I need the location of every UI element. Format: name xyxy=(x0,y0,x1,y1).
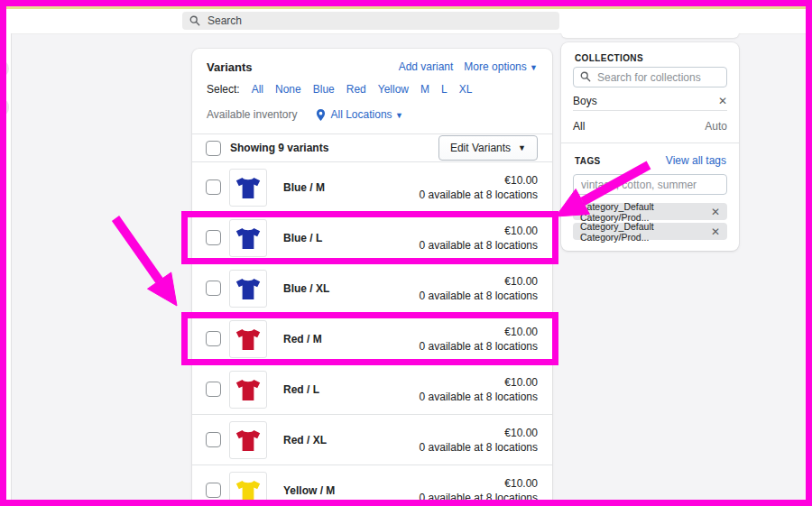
location-pin-icon xyxy=(316,109,326,121)
variant-checkbox[interactable] xyxy=(206,331,221,346)
variant-select-row: Select: AllNoneBlueRedYellowMLXL xyxy=(207,83,538,96)
search-icon xyxy=(189,15,200,26)
variant-label: Blue / L xyxy=(283,232,322,244)
remove-tag-icon[interactable]: ✕ xyxy=(711,225,720,238)
tags-heading: TAGS xyxy=(575,156,601,166)
tshirt-icon xyxy=(233,172,263,203)
search-icon xyxy=(580,71,591,82)
variant-label: Yellow / M xyxy=(283,484,335,497)
variant-availability: 0 available at 8 locations xyxy=(420,440,538,455)
all-locations-filter[interactable]: All Locations ▼ xyxy=(331,108,403,121)
top-search-bar xyxy=(0,9,812,34)
variant-checkbox[interactable] xyxy=(206,179,221,195)
variant-row[interactable]: Blue / M €10.00 0 available at 8 locatio… xyxy=(192,162,552,213)
variant-thumbnail[interactable] xyxy=(229,169,267,207)
shopify-product-page: Variants Add variant More options ▼ Sele… xyxy=(0,0,812,506)
select-option-xl[interactable]: XL xyxy=(459,83,473,96)
variant-price: €10.00 xyxy=(420,476,538,491)
variant-row[interactable]: Blue / XL €10.00 0 available at 8 locati… xyxy=(192,263,552,314)
variant-checkbox[interactable] xyxy=(206,382,221,397)
collections-auto-label: Auto xyxy=(705,120,727,133)
arrow-to-red-m xyxy=(115,218,177,306)
variant-thumbnail[interactable] xyxy=(229,320,267,358)
variant-checkbox[interactable] xyxy=(206,230,221,245)
organization-card: COLLECTIONS Boys ✕ All Auto TAGS View al… xyxy=(561,42,739,251)
tshirt-icon xyxy=(233,374,263,405)
add-variant-link[interactable]: Add variant xyxy=(399,60,454,73)
variant-availability: 0 available at 8 locations xyxy=(420,188,538,202)
variant-price: €10.00 xyxy=(420,325,538,339)
variant-row[interactable]: Blue / L €10.00 0 available at 8 locatio… xyxy=(192,213,552,263)
select-option-none[interactable]: None xyxy=(275,83,301,96)
variant-label: Red / XL xyxy=(283,434,327,446)
variants-card: Variants Add variant More options ▼ Sele… xyxy=(192,49,552,506)
select-option-m[interactable]: M xyxy=(420,83,429,96)
variant-thumbnail[interactable] xyxy=(229,421,267,459)
select-option-blue[interactable]: Blue xyxy=(313,83,335,96)
variant-label: Blue / M xyxy=(283,181,325,194)
edit-variants-button[interactable]: Edit Variants▼ xyxy=(438,135,538,161)
variant-price: €10.00 xyxy=(420,224,538,238)
more-options-link[interactable]: More options ▼ xyxy=(464,60,538,73)
select-label: Select: xyxy=(207,83,240,96)
select-option-all[interactable]: All xyxy=(252,83,263,96)
variant-thumbnail[interactable] xyxy=(229,270,267,308)
collections-heading: COLLECTIONS xyxy=(575,53,643,63)
showing-variants-count: Showing 9 variants xyxy=(230,142,328,154)
variants-title: Variants xyxy=(207,60,253,74)
variant-row[interactable]: Red / XL €10.00 0 available at 8 locatio… xyxy=(192,415,552,465)
variant-row[interactable]: Red / M €10.00 0 available at 8 location… xyxy=(192,314,552,364)
variant-row[interactable]: Red / L €10.00 0 available at 8 location… xyxy=(192,364,552,415)
tshirt-icon xyxy=(233,425,263,455)
tags-input[interactable] xyxy=(573,174,727,195)
variant-availability: 0 available at 8 locations xyxy=(420,289,538,303)
tag-chip: Category_Default Category/Prod...✕ xyxy=(573,203,727,220)
cutoff-card-bottom xyxy=(561,32,739,38)
select-all-checkbox[interactable] xyxy=(206,141,221,156)
variant-row[interactable]: Yellow / M €10.00 0 available at 8 locat… xyxy=(192,465,552,506)
variant-label: Blue / XL xyxy=(283,282,329,295)
variant-thumbnail[interactable] xyxy=(229,371,267,409)
view-all-tags-link[interactable]: View all tags xyxy=(666,154,726,167)
variant-availability: 0 available at 8 locations xyxy=(420,238,538,253)
collection-item: Boys ✕ xyxy=(573,95,727,107)
variant-price: €10.00 xyxy=(420,375,538,390)
tshirt-icon xyxy=(233,273,263,304)
variant-availability: 0 available at 8 locations xyxy=(420,339,538,354)
available-inventory-label: Available inventory xyxy=(207,108,298,121)
tshirt-icon xyxy=(233,475,263,506)
variant-thumbnail[interactable] xyxy=(229,472,267,506)
remove-collection-icon[interactable]: ✕ xyxy=(718,95,727,107)
chevron-down-icon: ▼ xyxy=(518,144,526,152)
variant-availability: 0 available at 8 locations xyxy=(420,491,538,505)
variant-price: €10.00 xyxy=(420,426,538,440)
chevron-down-icon: ▼ xyxy=(530,63,538,72)
trial-banner-strip xyxy=(0,0,812,9)
tshirt-icon xyxy=(233,223,263,253)
variant-list: Blue / M €10.00 0 available at 8 locatio… xyxy=(192,162,552,506)
select-option-yellow[interactable]: Yellow xyxy=(378,83,409,96)
tshirt-icon xyxy=(233,324,263,354)
remove-tag-icon[interactable]: ✕ xyxy=(711,206,720,218)
collections-footer: All Auto xyxy=(573,120,727,133)
chevron-down-icon: ▼ xyxy=(395,111,403,120)
collections-search-input[interactable] xyxy=(573,67,727,87)
variant-availability: 0 available at 8 locations xyxy=(420,390,538,404)
variant-checkbox[interactable] xyxy=(206,432,221,447)
variant-price: €10.00 xyxy=(420,173,538,188)
global-search-input[interactable] xyxy=(182,12,559,30)
tag-chip: Category_Default Category/Prod...✕ xyxy=(573,223,727,240)
variant-price: €10.00 xyxy=(420,274,538,289)
collections-all-label: All xyxy=(573,120,585,133)
variant-label: Red / M xyxy=(283,333,322,345)
select-option-l[interactable]: L xyxy=(441,83,448,96)
variant-checkbox[interactable] xyxy=(206,281,221,296)
variant-label: Red / L xyxy=(283,383,319,396)
variant-thumbnail[interactable] xyxy=(229,219,267,257)
variant-checkbox[interactable] xyxy=(206,483,221,498)
select-option-red[interactable]: Red xyxy=(346,83,366,96)
